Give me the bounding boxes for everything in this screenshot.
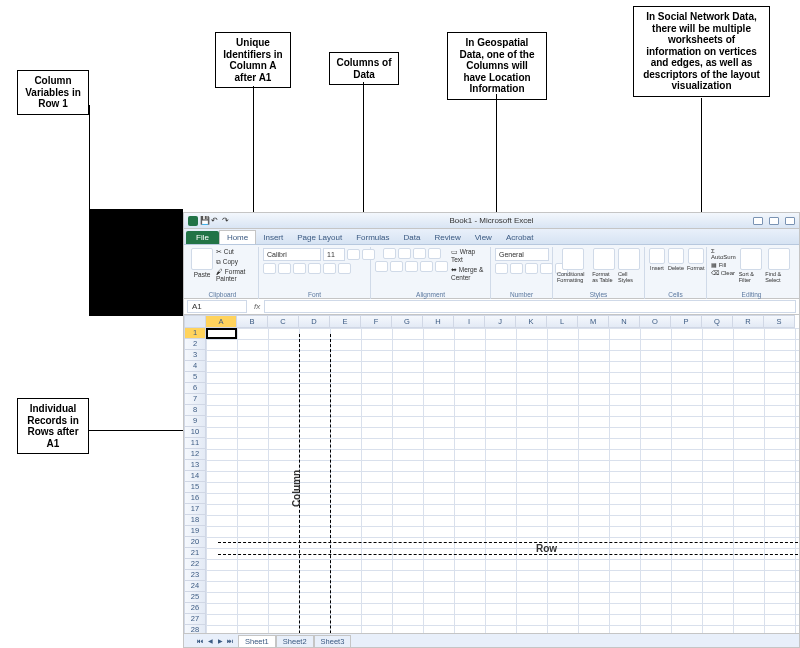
tab-file[interactable]: File — [186, 231, 219, 244]
number-format-combo[interactable]: General — [495, 248, 549, 261]
row-header-8[interactable]: 8 — [184, 405, 206, 416]
row-header-21[interactable]: 21 — [184, 548, 206, 559]
col-header-S[interactable]: S — [764, 315, 795, 328]
col-header-I[interactable]: I — [454, 315, 485, 328]
delete-cell-button[interactable]: Delete — [668, 248, 684, 271]
col-header-B[interactable]: B — [237, 315, 268, 328]
redo-icon[interactable]: ↷ — [222, 216, 231, 225]
col-header-F[interactable]: F — [361, 315, 392, 328]
tab-data[interactable]: Data — [397, 231, 428, 244]
row-header-18[interactable]: 18 — [184, 515, 206, 526]
indent-inc-icon[interactable] — [435, 261, 448, 272]
col-header-J[interactable]: J — [485, 315, 516, 328]
copy-button[interactable]: ⧉ Copy — [216, 258, 238, 266]
align-top-icon[interactable] — [383, 248, 396, 259]
row-header-9[interactable]: 9 — [184, 416, 206, 427]
fill-color-button[interactable] — [323, 263, 336, 274]
clear-button[interactable]: ⌫ Clear — [711, 269, 735, 276]
row-header-2[interactable]: 2 — [184, 339, 206, 350]
row-header-22[interactable]: 22 — [184, 559, 206, 570]
borders-button[interactable] — [308, 263, 321, 274]
align-bot-icon[interactable] — [413, 248, 426, 259]
name-box[interactable]: A1 — [187, 300, 247, 313]
sort-filter-button[interactable]: Sort & Filter — [739, 248, 763, 283]
row-header-15[interactable]: 15 — [184, 482, 206, 493]
save-icon[interactable]: 💾 — [200, 216, 209, 225]
tab-insert[interactable]: Insert — [256, 231, 290, 244]
format-cell-button[interactable]: Format — [687, 248, 704, 271]
inc-dec-icon[interactable] — [540, 263, 553, 274]
wrap-text-button[interactable]: ▭ Wrap Text — [451, 248, 486, 263]
align-left-icon[interactable] — [375, 261, 388, 272]
percent-icon[interactable] — [510, 263, 523, 274]
paste-button[interactable]: Paste — [191, 248, 213, 278]
cells-area[interactable]: Column Row — [206, 328, 799, 633]
tab-view[interactable]: View — [468, 231, 499, 244]
col-header-Q[interactable]: Q — [702, 315, 733, 328]
row-header-27[interactable]: 27 — [184, 614, 206, 625]
cond-format-button[interactable]: Conditional Formatting — [557, 248, 589, 283]
font-size-combo[interactable]: 11 — [323, 248, 345, 261]
underline-button[interactable] — [293, 263, 306, 274]
row-header-10[interactable]: 10 — [184, 427, 206, 438]
row-header-25[interactable]: 25 — [184, 592, 206, 603]
format-table-button[interactable]: Format as Table — [592, 248, 615, 283]
row-header-23[interactable]: 23 — [184, 570, 206, 581]
close-button[interactable] — [785, 217, 795, 225]
sheet-prev-icon[interactable]: ◀ — [206, 637, 214, 645]
row-header-20[interactable]: 20 — [184, 537, 206, 548]
cell-styles-button[interactable]: Cell Styles — [618, 248, 640, 283]
row-header-4[interactable]: 4 — [184, 361, 206, 372]
row-header-17[interactable]: 17 — [184, 504, 206, 515]
align-center-icon[interactable] — [390, 261, 403, 272]
formula-input[interactable] — [264, 300, 796, 313]
comma-icon[interactable] — [525, 263, 538, 274]
col-header-K[interactable]: K — [516, 315, 547, 328]
undo-icon[interactable]: ↶ — [211, 216, 220, 225]
orient-icon[interactable] — [428, 248, 441, 259]
format-painter-button[interactable]: 🖌 Format Painter — [216, 268, 254, 282]
row-header-5[interactable]: 5 — [184, 372, 206, 383]
italic-button[interactable] — [278, 263, 291, 274]
grow-font-icon[interactable] — [347, 249, 360, 260]
row-header-7[interactable]: 7 — [184, 394, 206, 405]
col-header-C[interactable]: C — [268, 315, 299, 328]
col-header-D[interactable]: D — [299, 315, 330, 328]
row-header-11[interactable]: 11 — [184, 438, 206, 449]
font-name-combo[interactable]: Calibri — [263, 248, 321, 261]
tab-acrobat[interactable]: Acrobat — [499, 231, 541, 244]
merge-center-button[interactable]: ⬌ Merge & Center — [451, 266, 486, 281]
currency-icon[interactable] — [495, 263, 508, 274]
col-header-P[interactable]: P — [671, 315, 702, 328]
row-header-19[interactable]: 19 — [184, 526, 206, 537]
font-color-button[interactable] — [338, 263, 351, 274]
sheet-last-icon[interactable]: ⏭ — [226, 637, 234, 645]
tab-formulas[interactable]: Formulas — [349, 231, 396, 244]
col-header-G[interactable]: G — [392, 315, 423, 328]
bold-button[interactable] — [263, 263, 276, 274]
find-select-button[interactable]: Find & Select — [765, 248, 792, 283]
col-header-E[interactable]: E — [330, 315, 361, 328]
align-mid-icon[interactable] — [398, 248, 411, 259]
row-header-28[interactable]: 28 — [184, 625, 206, 633]
minimize-button[interactable] — [753, 217, 763, 225]
align-right-icon[interactable] — [405, 261, 418, 272]
fx-icon[interactable]: fx — [250, 302, 264, 311]
row-header-14[interactable]: 14 — [184, 471, 206, 482]
sheet-first-icon[interactable]: ⏮ — [196, 637, 204, 645]
col-header-R[interactable]: R — [733, 315, 764, 328]
row-header-13[interactable]: 13 — [184, 460, 206, 471]
row-header-16[interactable]: 16 — [184, 493, 206, 504]
col-header-O[interactable]: O — [640, 315, 671, 328]
sheet-tab-2[interactable]: Sheet2 — [276, 635, 314, 647]
sheet-tab-3[interactable]: Sheet3 — [314, 635, 352, 647]
row-header-3[interactable]: 3 — [184, 350, 206, 361]
row-header-6[interactable]: 6 — [184, 383, 206, 394]
row-header-12[interactable]: 12 — [184, 449, 206, 460]
row-header-1[interactable]: 1 — [184, 328, 206, 339]
active-cell[interactable] — [206, 328, 237, 339]
col-header-H[interactable]: H — [423, 315, 454, 328]
tab-page-layout[interactable]: Page Layout — [290, 231, 349, 244]
autosum-button[interactable]: Σ AutoSum — [711, 248, 736, 260]
fill-button[interactable]: ▦ Fill — [711, 261, 726, 268]
